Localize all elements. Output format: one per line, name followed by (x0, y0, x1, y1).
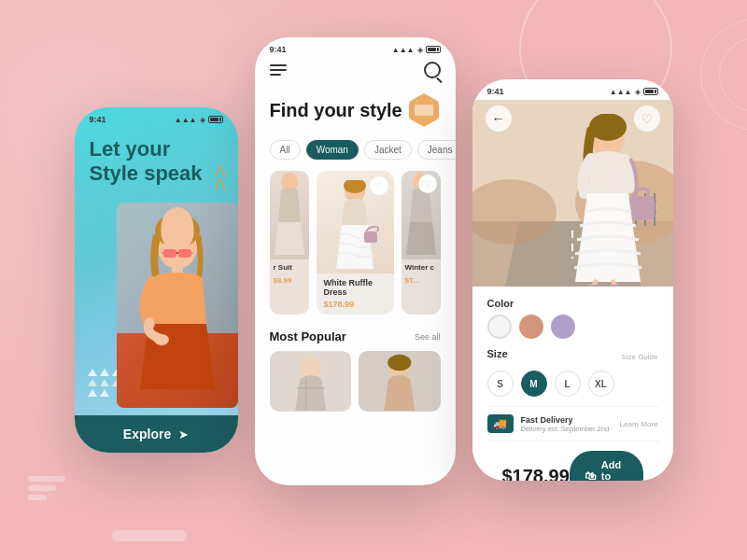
size-guide-link[interactable]: Size Guide (621, 353, 657, 361)
battery-icon-3 (643, 88, 658, 95)
partial-product-svg (270, 171, 309, 259)
decorative-lines (28, 476, 65, 504)
battery-icon-1 (208, 116, 223, 123)
add-to-cart-label: Add to Cart (601, 459, 628, 481)
status-bar-2: 9:41 ▲▲▲ ◈ (255, 37, 456, 58)
tagline-line1: Let your (90, 137, 171, 161)
truck-icon: 🚚 (487, 414, 514, 433)
battery-icon-2 (426, 46, 441, 53)
see-all-link[interactable]: See all (415, 332, 441, 342)
size-l[interactable]: L (555, 371, 581, 397)
triangle-4 (88, 379, 97, 386)
explore-arrow-icon: ➤ (178, 427, 189, 441)
filter-all[interactable]: All (270, 140, 301, 160)
most-popular-section: Most Popular See all (255, 326, 456, 421)
color-peach[interactable] (519, 315, 543, 339)
add-to-cart-button[interactable]: 🛍 Add to Cart (570, 451, 643, 481)
svg-rect-39 (587, 285, 599, 287)
status-time-2: 9:41 (270, 45, 287, 54)
partial-price: $8.99 (270, 276, 309, 288)
explore-button[interactable]: Explore ➤ (75, 415, 238, 453)
filter-woman[interactable]: Woman (306, 140, 359, 160)
purchase-bar: $178.99 🛍 Add to Cart (487, 451, 658, 481)
size-xl[interactable]: XL (588, 371, 614, 397)
triangle-8 (100, 389, 109, 397)
signal-icon-1: ▲▲▲ (175, 116, 197, 124)
catalog-title: Find your style (270, 100, 402, 121)
svg-point-10 (154, 334, 169, 345)
status-bar-3: 9:41 ▲▲▲ ◈ (472, 79, 673, 100)
size-options: S M L XL (487, 371, 658, 397)
product-card-partial[interactable]: r Suit $8.99 (270, 171, 309, 315)
search-icon[interactable] (424, 62, 441, 78)
status-bar-1: 9:41 ▲▲▲ ◈ (75, 107, 238, 128)
status-time-1: 9:41 (90, 115, 106, 124)
dress-name: White Ruffle Dress (317, 273, 394, 300)
product-card-dress[interactable]: ♡ White Ruffle Dress $178.99 (317, 171, 394, 315)
girl-figure (117, 203, 238, 408)
delivery-left: 🚚 Fast Delivery Delivery est. September … (487, 414, 610, 433)
partial-name: r Suit (270, 259, 309, 276)
product-details: Color Size Size Guide S M L XL 🚚 (472, 287, 673, 481)
cart-icon: 🛍 (585, 469, 596, 481)
popular-item-2[interactable] (359, 351, 441, 412)
wifi-icon-3: ◈ (635, 88, 641, 96)
svg-point-3 (155, 214, 200, 247)
model-figure (552, 114, 664, 287)
status-time-3: 9:41 (487, 87, 504, 96)
svg-rect-40 (610, 285, 621, 287)
delivery-subtitle: Delivery est. September 2nd (521, 425, 610, 433)
svg-point-2 (157, 220, 198, 269)
status-icons-2: ▲▲▲ ◈ (392, 46, 441, 54)
phone-splash: 9:41 ▲▲▲ ◈ Let your Style speak ⋀ ⋀ (75, 107, 238, 453)
color-section: Color (487, 298, 658, 339)
menu-icon[interactable] (270, 64, 287, 76)
winter-name: Winter c (402, 259, 441, 276)
popular-item-1[interactable] (270, 351, 352, 412)
size-s[interactable]: S (487, 371, 514, 397)
tagline-line2: Style speak (90, 161, 203, 185)
girl-svg (117, 203, 238, 408)
filter-jacket[interactable]: Jacket (364, 140, 412, 160)
svg-point-22 (388, 355, 411, 371)
svg-rect-6 (178, 249, 191, 258)
hexagon-icon (407, 93, 441, 127)
wishlist-button-detail[interactable]: ♡ (634, 105, 660, 132)
catalog-header (255, 58, 456, 90)
size-header: Size Size Guide (487, 348, 658, 365)
color-white[interactable] (487, 315, 512, 339)
back-button[interactable]: ← (486, 105, 512, 132)
size-m[interactable]: M (521, 371, 547, 397)
color-lavender[interactable] (551, 315, 575, 339)
filter-pills: All Woman Jacket Jeans Dre... (255, 140, 456, 171)
color-label: Color (487, 298, 658, 309)
filter-jeans[interactable]: Jeans (417, 140, 456, 160)
wishlist-button-dress[interactable]: ♡ (370, 176, 388, 195)
popular-title: Most Popular (270, 329, 346, 343)
tagline: Let your Style speak (90, 137, 223, 187)
size-label: Size (487, 348, 508, 359)
delivery-title: Fast Delivery (521, 415, 610, 425)
dress-price: $178.99 (317, 300, 394, 315)
phone-detail: 9:41 ▲▲▲ ◈ (472, 79, 673, 481)
popular-2-svg (359, 351, 441, 412)
delivery-info: 🚚 Fast Delivery Delivery est. September … (487, 406, 658, 441)
wifi-icon-2: ◈ (417, 46, 423, 54)
learn-more-link[interactable]: Learn More (620, 420, 658, 428)
winter-price: $T... (402, 276, 441, 288)
delivery-text: Fast Delivery Delivery est. September 2n… (521, 415, 610, 433)
popular-header: Most Popular See all (270, 329, 441, 343)
popular-1-svg (270, 351, 352, 412)
girl-photo (117, 203, 238, 408)
product-detail-image: ← ♡ (472, 100, 673, 287)
svg-rect-14 (364, 231, 377, 243)
color-options (487, 315, 658, 339)
phone-catalog: 9:41 ▲▲▲ ◈ Find your style All Woma (255, 37, 456, 485)
tagline-area: Let your Style speak (75, 128, 238, 207)
signal-icon-2: ▲▲▲ (392, 46, 415, 54)
svg-rect-5 (163, 249, 176, 258)
explore-label: Explore (123, 427, 171, 441)
wishlist-button-winter[interactable]: ♡ (418, 175, 437, 193)
product-card-winter[interactable]: ♡ Winter c $T... (402, 171, 441, 315)
wifi-icon-1: ◈ (200, 116, 205, 124)
